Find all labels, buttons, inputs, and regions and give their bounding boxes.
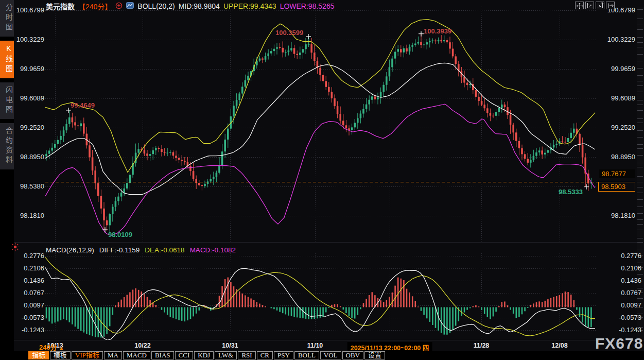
boll-upper-line [45,20,595,173]
price-annotation: 98.0109 [108,231,132,238]
scrollbar-grip-line [637,144,643,145]
grid [45,7,597,339]
sidebar-item-0[interactable]: 分时图 [0,0,14,37]
scrollbar-grip-line [637,105,643,105]
indicator-settings-icon[interactable] [10,242,20,252]
period-badge: 【240分】 [78,1,112,11]
boll-params[interactable]: BOLL(20,2) [137,2,175,10]
scrollbar-grip-line [637,298,643,299]
tab-VOL[interactable]: VOL [320,351,341,359]
x-axis-date-label: 11/28 [474,342,490,349]
zoom-range-right-icon[interactable] [596,2,604,9]
pan-crosshair-icon[interactable] [575,2,584,9]
scrollbar-grip-line [637,187,643,187]
macd-params[interactable]: MACD(26,12,9) [46,246,94,254]
scrollbar-grip-line [637,238,643,238]
scrollbar-grip-line [637,148,643,149]
price-tag-last: 98.5903 [598,182,635,192]
scrollbar-grip-line [637,61,643,61]
scrollbar-grip-line [637,25,643,25]
macd-axis-tick-right: 0.2776 [605,252,641,260]
y-axis-tick-right: 99.2520 [599,124,635,131]
boll-lower-value: LOWER:98.5265 [280,2,335,10]
y-axis-tick-right: 99.9659 [599,65,635,73]
watermark: FX678 [595,335,643,352]
tab-KDJ[interactable]: KDJ [194,351,214,359]
scrollbar-grip-line [637,176,643,177]
scrollbar-grip-line [637,263,643,263]
shift-forward-icon[interactable] [606,2,615,9]
tab-LW&[interactable]: LW& [215,351,237,359]
tab-CR[interactable]: CR [257,351,273,359]
sidebar-item-2[interactable]: 闪电图 [0,82,14,119]
price-annotation: 98.5333 [559,188,583,196]
scrollbar-grip-line [637,288,643,288]
timeframe-selector[interactable]: 240分 ▲ [39,342,64,352]
boll-mid-value: MID:98.9804 [179,2,220,10]
scrollbar-grip-line [637,163,643,163]
tab-RSI[interactable]: RSI [238,351,255,359]
macd-axis-tick-right: 0.0767 [605,289,641,297]
scrollbar-grip-line [637,137,643,138]
scrollbar-grip-line [637,207,643,207]
left-sidebar: 分时图K线图闪电图合约资料 [0,0,14,360]
scrollbar-grip-line [637,110,643,111]
y-axis-tick-right: 99.6089 [599,94,635,102]
tab-指标[interactable]: 指标 [28,351,49,359]
scrollbar-grip-line [637,155,643,156]
scrollbar-grip-line [637,130,643,131]
timeframe-label: 240分 [39,344,57,351]
dropdown-up-arrow-icon: ▲ [59,345,64,351]
price-tag-reference: 98.7677 [599,169,635,178]
scrollbar-grip-line [637,274,643,275]
scrollbar-grip-line [637,100,643,100]
tab-BOLL[interactable]: BOLL [294,351,319,359]
sidebar-item-1[interactable]: K线图 [0,41,14,78]
scrollbar-grip-line [637,9,643,10]
scrollbar-grip-line [637,68,643,68]
zoom-range-left-icon[interactable] [585,2,594,9]
tab-MA[interactable]: MA [104,351,122,359]
macd-axis-tick-right: 0.1436 [605,277,641,284]
macd-macd-value: MACD:-0.1082 [190,246,236,254]
boll-lower-line [45,104,595,235]
macd-diff-value: DIFF:-0.1159 [99,246,140,254]
price-annotation: 99.4649 [71,101,95,109]
tab-BIAS[interactable]: BIAS [151,351,174,359]
tab-VIP指标[interactable]: VIP指标 [72,351,103,359]
scrollbar-grip-line [637,92,643,92]
macd-header: MACD(26,12,9) DIFF:-0.1159 DEA:-0.0618 M… [46,246,236,254]
x-axis-date-label: 11/10 [307,342,323,349]
macd-axis-tick-right: 0.0097 [605,301,641,309]
extreme-cross-marker [419,31,424,37]
candlestick-series [45,34,592,234]
scrollbar-grip-line [637,182,643,182]
tab-设置[interactable]: 设置 [364,351,385,359]
y-axis-tick-right: 100.3229 [599,36,635,43]
chart-header: 美元指数 【240分】 BOLL(20,2) MID:98.9804 UPPER… [46,2,334,11]
tab-OBV[interactable]: OBV [342,351,363,359]
scrollbar-grip-line [637,75,643,76]
indicator-tab-bar: 指标模板VIP指标MAMACDBIASCCIKDJLW&RSICRPSYBOLL… [0,351,644,360]
tab-MACD[interactable]: MACD [123,351,150,359]
scrollbar-grip-line [637,219,643,220]
sidebar-item-3[interactable]: 合约资料 [0,123,14,169]
macd-dea-line [45,258,595,336]
tab-模板[interactable]: 模板 [50,351,71,359]
chart-application: 分时图K线图闪电图合约资料 美元指数 【240分】 BOLL(20,2) MID… [0,0,644,360]
y-axis-tick-right: 98.1810 [599,212,635,219]
tab-CCI[interactable]: CCI [175,351,194,359]
scrollbar-grip-line [637,230,643,230]
scrollbar-grip-line [637,81,643,81]
chart-type-icon[interactable] [126,2,134,10]
scrollbar-grip-line [637,199,643,200]
price-annotation: 100.3939 [424,27,451,35]
scrollbar-grip-line [637,29,643,30]
tab-PSY[interactable]: PSY [274,351,293,359]
scrollbar-grip-line [637,123,643,123]
macd-axis-tick-right: 0.2106 [605,264,641,272]
scrollbar-grip-line [637,242,643,243]
scrollbar-grip-line [637,213,643,214]
add-indicator-icon[interactable] [115,2,123,11]
scrollbar-grip-line [637,19,643,19]
